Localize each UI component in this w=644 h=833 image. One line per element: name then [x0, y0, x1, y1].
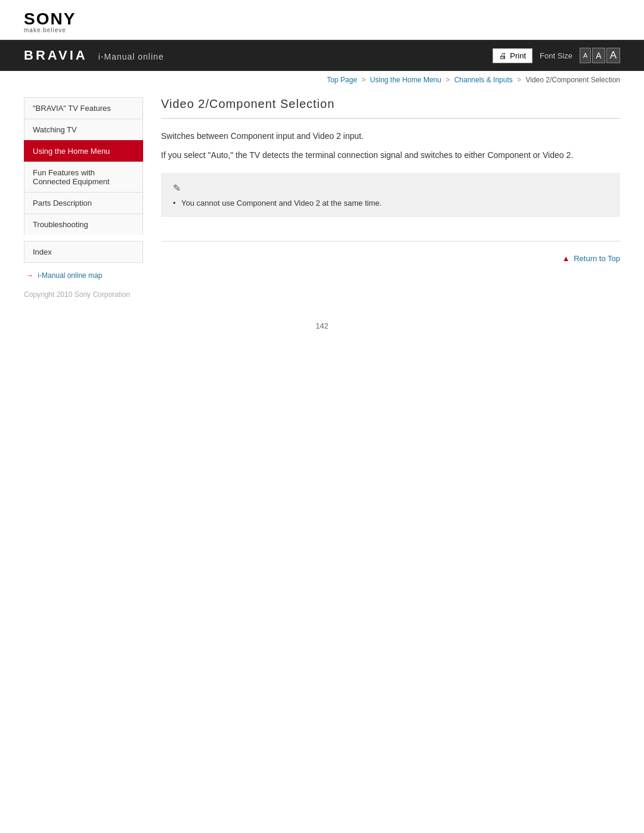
- breadcrumb-sep-1: >: [361, 76, 366, 84]
- page-number: 142: [0, 309, 644, 342]
- note-box: ✎ You cannot use Component and Video 2 a…: [161, 173, 620, 217]
- note-list: You cannot use Component and Video 2 at …: [173, 199, 608, 208]
- map-link-label: i-Manual online map: [38, 271, 102, 280]
- map-link-arrow: →: [26, 271, 33, 280]
- sidebar-item-index[interactable]: Index: [24, 241, 143, 263]
- sony-logo-text: SONY: [24, 11, 620, 27]
- breadcrumb: Top Page > Using the Home Menu > Channel…: [0, 71, 644, 89]
- sony-tagline: make.believe: [24, 27, 620, 33]
- return-to-top-label: Return to Top: [574, 254, 620, 263]
- breadcrumb-current: Video 2/Component Selection: [525, 76, 620, 84]
- breadcrumb-top-page[interactable]: Top Page: [327, 76, 357, 84]
- sidebar-item-fun-features[interactable]: Fun Features with Connected Equipment: [24, 162, 143, 192]
- return-triangle-icon: ▲: [562, 254, 570, 263]
- bravia-logo: BRAVIA: [24, 48, 88, 63]
- copyright-text: Copyright 2010 Sony Corporation: [24, 290, 130, 299]
- content-paragraph-1: Switches between Component input and Vid…: [161, 129, 620, 143]
- return-to-top-row: ▲ Return to Top: [161, 241, 620, 269]
- nav-subtitle: i-Manual online: [98, 52, 164, 61]
- breadcrumb-sep-3: >: [517, 76, 521, 84]
- page-title: Video 2/Component Selection: [161, 97, 620, 119]
- breadcrumb-sep-2: >: [445, 76, 450, 84]
- nav-bar-right: 🖨 Print Font Size A A A: [493, 48, 620, 63]
- top-header: SONY make.believe: [0, 0, 644, 40]
- sidebar-item-parts-description[interactable]: Parts Description: [24, 192, 143, 213]
- sidebar-item-troubleshooting[interactable]: Troubleshooting: [24, 213, 143, 235]
- sidebar: "BRAVIA" TV Features Watching TV Using t…: [24, 95, 143, 280]
- nav-bar: BRAVIA i-Manual online 🖨 Print Font Size…: [0, 40, 644, 71]
- content-area: Video 2/Component Selection Switches bet…: [161, 95, 620, 280]
- return-to-top-link[interactable]: ▲ Return to Top: [562, 254, 620, 263]
- note-icon: ✎: [173, 182, 608, 194]
- sidebar-map-link[interactable]: → i-Manual online map: [24, 271, 143, 280]
- font-size-buttons: A A A: [580, 48, 620, 63]
- main-layout: "BRAVIA" TV Features Watching TV Using t…: [0, 95, 644, 280]
- breadcrumb-channels-inputs[interactable]: Channels & Inputs: [454, 76, 513, 84]
- sidebar-item-watching-tv[interactable]: Watching TV: [24, 119, 143, 140]
- print-button[interactable]: 🖨 Print: [493, 48, 532, 63]
- sidebar-item-bravia-features[interactable]: "BRAVIA" TV Features: [24, 97, 143, 119]
- print-icon: 🖨: [499, 51, 507, 60]
- font-size-label: Font Size: [540, 51, 572, 60]
- print-label: Print: [510, 51, 526, 60]
- sidebar-item-using-home-menu[interactable]: Using the Home Menu: [24, 140, 143, 162]
- nav-bar-left: BRAVIA i-Manual online: [24, 48, 164, 63]
- sony-logo: SONY make.believe: [24, 11, 620, 33]
- breadcrumb-using-home-menu[interactable]: Using the Home Menu: [370, 76, 441, 84]
- content-paragraph-2: If you select "Auto," the TV detects the…: [161, 148, 620, 162]
- footer: Copyright 2010 Sony Corporation: [0, 280, 644, 309]
- note-list-item: You cannot use Component and Video 2 at …: [173, 199, 608, 208]
- font-size-large-button[interactable]: A: [606, 48, 620, 63]
- font-size-medium-button[interactable]: A: [592, 48, 605, 63]
- font-size-small-button[interactable]: A: [580, 48, 591, 63]
